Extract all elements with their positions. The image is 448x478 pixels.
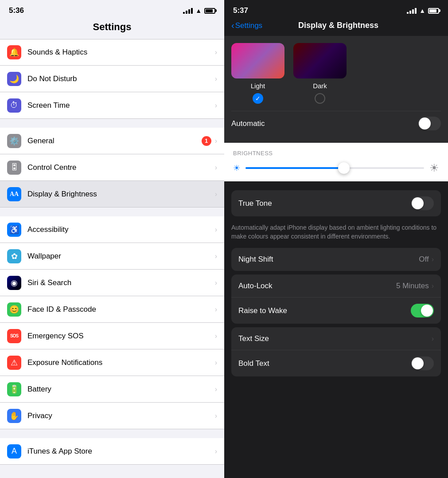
section-gap-1 bbox=[0, 119, 224, 128]
left-page-title: Settings bbox=[0, 19, 224, 39]
siri-label: Siri & Search bbox=[27, 278, 215, 287]
left-status-icons: ▲ bbox=[183, 7, 215, 14]
raise-to-wake-toggle[interactable] bbox=[411, 304, 434, 317]
sos-label: Emergency SOS bbox=[27, 332, 215, 341]
left-time: 5:36 bbox=[9, 6, 24, 15]
automatic-row: Automatic bbox=[231, 111, 441, 136]
faceid-label: Face ID & Passcode bbox=[27, 305, 215, 314]
auto-lock-chevron: › bbox=[432, 282, 434, 290]
battery-settings-icon: 🔋 bbox=[7, 382, 21, 396]
brightness-section: BRIGHTNESS ☀ ☀ bbox=[224, 143, 448, 181]
appearance-light-option[interactable]: Light ✓ bbox=[231, 43, 284, 104]
display-label: Display & Brightness bbox=[27, 190, 215, 199]
true-tone-group: True Tone bbox=[231, 190, 441, 216]
dnd-icon: 🌙 bbox=[7, 72, 21, 86]
siri-icon: ◉ bbox=[7, 276, 21, 290]
display-chevron: › bbox=[215, 190, 217, 198]
battery-icon bbox=[204, 8, 215, 14]
display-icon: AA bbox=[7, 187, 21, 201]
general-chevron: › bbox=[215, 137, 217, 145]
controlcentre-chevron: › bbox=[215, 164, 217, 172]
settings-item-wallpaper[interactable]: ✿ Wallpaper › bbox=[0, 243, 224, 270]
right-wifi-icon: ▲ bbox=[419, 7, 425, 14]
right-page-title: Display & Brightness bbox=[262, 21, 414, 30]
auto-lock-row[interactable]: Auto-Lock 5 Minutes › bbox=[231, 274, 441, 298]
sounds-icon: 🔔 bbox=[7, 45, 21, 59]
right-nav-bar: ‹ Settings Display & Brightness bbox=[224, 19, 448, 36]
appearance-section: Light ✓ Dark Automatic bbox=[224, 36, 448, 143]
right-time: 5:37 bbox=[233, 6, 248, 15]
settings-item-itunes[interactable]: A iTunes & App Store › bbox=[0, 438, 224, 465]
automatic-toggle[interactable] bbox=[418, 117, 441, 130]
screentime-chevron: › bbox=[215, 102, 217, 110]
exposure-label: Exposure Notifications bbox=[27, 358, 215, 367]
settings-item-display[interactable]: AA Display & Brightness › bbox=[0, 181, 224, 208]
automatic-toggle-thumb bbox=[419, 118, 431, 129]
accessibility-label: Accessibility bbox=[27, 225, 215, 234]
night-shift-label: Night Shift bbox=[238, 255, 419, 264]
sos-icon: SOS bbox=[7, 329, 21, 343]
raise-to-wake-thumb bbox=[421, 305, 433, 317]
brightness-slider[interactable] bbox=[245, 167, 424, 169]
bold-text-toggle[interactable] bbox=[411, 357, 434, 370]
dark-preview bbox=[293, 43, 347, 78]
bold-text-thumb bbox=[412, 357, 424, 369]
night-shift-row[interactable]: Night Shift Off › bbox=[231, 248, 441, 271]
settings-item-emergencysos[interactable]: SOS Emergency SOS › bbox=[0, 323, 224, 349]
left-status-bar: 5:36 ▲ bbox=[0, 0, 224, 19]
itunes-chevron: › bbox=[215, 447, 217, 455]
itunes-icon: A bbox=[7, 444, 21, 458]
settings-item-accessibility[interactable]: ♿ Accessibility › bbox=[0, 216, 224, 243]
settings-item-faceid[interactable]: 😊 Face ID & Passcode › bbox=[0, 296, 224, 323]
siri-chevron: › bbox=[215, 279, 217, 287]
exposure-icon: ⚠ bbox=[7, 356, 21, 370]
screentime-icon: ⏱ bbox=[7, 98, 21, 113]
settings-item-sounds[interactable]: 🔔 Sounds & Haptics › bbox=[0, 39, 224, 66]
wallpaper-label: Wallpaper bbox=[27, 252, 215, 261]
settings-item-dnd[interactable]: 🌙 Do Not Disturb › bbox=[0, 66, 224, 92]
light-radio[interactable]: ✓ bbox=[253, 93, 263, 104]
spacer-1 bbox=[224, 181, 448, 190]
light-label: Light bbox=[251, 82, 265, 90]
right-panel: 5:37 ▲ ‹ Settings Display & Brightness bbox=[224, 0, 448, 478]
settings-item-privacy[interactable]: ✋ Privacy › bbox=[0, 403, 224, 429]
text-size-row[interactable]: Text Size › bbox=[231, 327, 441, 350]
detail-section: True Tone Automatically adapt iPhone dis… bbox=[224, 190, 448, 380]
true-tone-row: True Tone bbox=[231, 190, 441, 216]
settings-item-controlcentre[interactable]: 🎛 Control Centre › bbox=[0, 154, 224, 181]
screentime-label: Screen Time bbox=[27, 101, 215, 110]
true-tone-toggle[interactable] bbox=[411, 196, 434, 210]
general-badge: 1 bbox=[202, 136, 211, 146]
brightness-section-label: BRIGHTNESS bbox=[233, 150, 439, 157]
brightness-slider-row: ☀ ☀ bbox=[233, 162, 439, 174]
appearance-dark-option[interactable]: Dark bbox=[293, 43, 347, 104]
settings-list: 🔔 Sounds & Haptics › 🌙 Do Not Disturb › … bbox=[0, 39, 224, 478]
general-label: General bbox=[27, 137, 202, 145]
left-panel: 5:36 ▲ Settings 🔔 Sounds & Haptics › 🌙 D… bbox=[0, 0, 224, 478]
brightness-fill bbox=[245, 167, 344, 169]
back-button[interactable]: ‹ Settings bbox=[231, 20, 262, 31]
settings-item-screentime[interactable]: ⏱ Screen Time › bbox=[0, 92, 224, 119]
appearance-options: Light ✓ Dark bbox=[231, 43, 347, 104]
right-signal-icon bbox=[407, 8, 417, 14]
wallpaper-chevron: › bbox=[215, 252, 217, 260]
settings-item-exposure[interactable]: ⚠ Exposure Notifications › bbox=[0, 349, 224, 376]
sun-large-icon: ☀ bbox=[429, 162, 439, 174]
dark-radio[interactable] bbox=[315, 93, 325, 104]
right-status-bar: 5:37 ▲ bbox=[224, 0, 448, 19]
settings-item-siri[interactable]: ◉ Siri & Search › bbox=[0, 270, 224, 296]
sun-small-icon: ☀ bbox=[233, 163, 240, 173]
controlcentre-icon: 🎛 bbox=[7, 161, 21, 175]
privacy-chevron: › bbox=[215, 412, 217, 420]
settings-item-general[interactable]: ⚙️ General 1 › bbox=[0, 128, 224, 154]
true-tone-description: Automatically adapt iPhone display based… bbox=[224, 220, 448, 248]
text-group: Text Size › Bold Text bbox=[231, 327, 441, 376]
battery-label: Battery bbox=[27, 385, 215, 394]
accessibility-icon: ♿ bbox=[7, 223, 21, 237]
battery-chevron: › bbox=[215, 385, 217, 393]
settings-item-battery[interactable]: 🔋 Battery › bbox=[0, 376, 224, 403]
privacy-icon: ✋ bbox=[7, 409, 21, 423]
night-shift-group: Night Shift Off › bbox=[231, 248, 441, 271]
wallpaper-icon: ✿ bbox=[7, 249, 21, 263]
signal-icon bbox=[183, 8, 193, 14]
